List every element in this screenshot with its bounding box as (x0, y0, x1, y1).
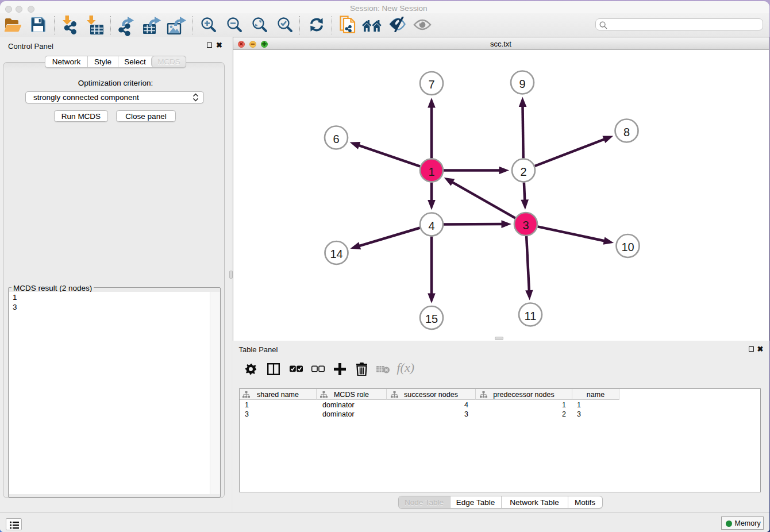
svg-text:15: 15 (425, 313, 437, 325)
svg-text:4: 4 (428, 219, 434, 232)
svg-text:2: 2 (520, 165, 526, 178)
svg-text:3: 3 (522, 219, 529, 232)
svg-text:14: 14 (330, 248, 342, 260)
svg-text:7: 7 (428, 78, 434, 91)
svg-text:6: 6 (333, 133, 339, 145)
svg-text:8: 8 (623, 126, 629, 138)
svg-text:1: 1 (428, 165, 434, 178)
svg-text:11: 11 (524, 310, 536, 322)
svg-text:9: 9 (519, 78, 525, 90)
svg-text:10: 10 (621, 241, 634, 253)
